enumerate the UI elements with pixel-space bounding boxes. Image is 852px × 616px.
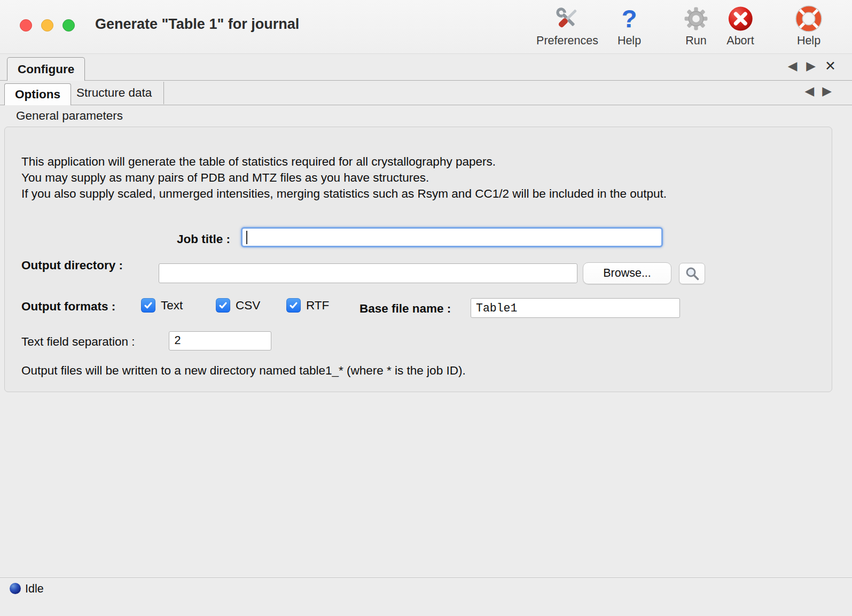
title-bar: Generate "Table 1" for journal Preferenc…	[0, 0, 852, 54]
base-file-name-input[interactable]	[471, 298, 680, 318]
status-text: Idle	[25, 582, 44, 596]
traffic-lights	[20, 19, 75, 32]
output-directory-label: Output directory :	[21, 259, 123, 272]
csv-checkbox-label[interactable]: CSV	[236, 299, 260, 313]
subtab-back-icon[interactable]: ◀	[805, 85, 815, 97]
tab-forward-icon[interactable]: ▶	[806, 60, 816, 72]
tab-nav-controls-2: ◀ ▶	[805, 85, 832, 97]
description-line-3: If you also supply scaled, unmerged inte…	[21, 186, 667, 202]
general-parameters-panel: This application will generate the table…	[4, 127, 832, 392]
description-line-2: You may supply as many pairs of PDB and …	[21, 170, 667, 186]
output-note: Output files will be written to a new di…	[21, 364, 466, 378]
close-window-button[interactable]	[20, 19, 32, 32]
window-title: Generate "Table 1" for journal	[95, 16, 299, 33]
text-checkbox-label[interactable]: Text	[161, 299, 183, 313]
run-label: Run	[685, 34, 706, 48]
base-file-name-label: Base file name :	[359, 302, 451, 316]
search-icon	[684, 266, 700, 282]
job-title-input[interactable]	[241, 227, 663, 247]
abort-label: Abort	[726, 34, 754, 48]
text-checkbox[interactable]	[141, 298, 155, 313]
text-field-separation-label: Text field separation :	[21, 335, 135, 349]
minimize-window-button[interactable]	[41, 19, 53, 32]
tab-close-icon[interactable]: ✕	[825, 59, 836, 73]
output-formats-label: Output formats :	[21, 300, 115, 314]
rtf-checkbox[interactable]	[286, 298, 301, 313]
preferences-label: Preferences	[536, 34, 598, 48]
format-rtf-option: RTF	[286, 298, 329, 313]
description-text: This application will generate the table…	[21, 154, 667, 202]
status-bar: Idle	[0, 578, 852, 616]
help2-label: Help	[797, 34, 820, 48]
search-directory-button[interactable]	[679, 263, 705, 284]
rtf-checkbox-label[interactable]: RTF	[306, 299, 329, 313]
tab-options[interactable]: Options	[4, 83, 71, 105]
tab-configure[interactable]: Configure	[7, 57, 85, 81]
job-title-label: Job title :	[5, 232, 230, 246]
format-text-option: Text	[141, 298, 183, 313]
text-field-separation-input[interactable]	[169, 331, 271, 350]
lifebuoy-icon	[795, 5, 823, 33]
output-directory-input[interactable]	[159, 263, 577, 283]
section-title: General parameters	[16, 109, 123, 123]
tab-back-icon[interactable]: ◀	[788, 60, 798, 72]
description-line-1: This application will generate the table…	[21, 154, 667, 170]
abort-button[interactable]: Abort	[726, 5, 754, 48]
preferences-icon	[553, 5, 581, 33]
text-caret	[246, 231, 247, 244]
csv-checkbox[interactable]	[216, 298, 230, 313]
run-button[interactable]: Run	[684, 5, 708, 48]
zoom-window-button[interactable]	[62, 19, 75, 32]
abort-icon	[727, 5, 754, 33]
options-tab-row: Options Structure data ◀ ▶	[0, 80, 852, 105]
help-icon: ?	[622, 5, 637, 33]
help-button[interactable]: ? Help	[617, 5, 641, 48]
help-label: Help	[617, 34, 641, 48]
tab-nav-controls-1: ◀ ▶ ✕	[788, 59, 836, 73]
browse-button[interactable]: Browse...	[583, 262, 671, 284]
configure-tab-row: Configure ◀ ▶ ✕	[0, 53, 852, 81]
preferences-button[interactable]: Preferences	[536, 5, 598, 48]
format-csv-option: CSV	[216, 298, 260, 313]
tab-structure-data[interactable]: Structure data	[65, 82, 164, 104]
subtab-forward-icon[interactable]: ▶	[822, 85, 832, 97]
run-gear-icon	[684, 5, 708, 33]
status-indicator-icon	[10, 583, 21, 594]
help-lifebuoy-button[interactable]: Help	[795, 5, 823, 48]
